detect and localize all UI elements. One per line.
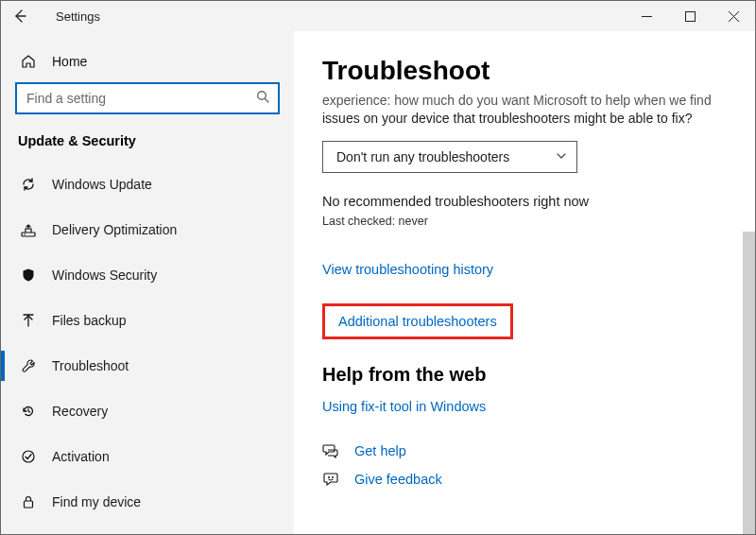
chat-icon [322,442,343,459]
sidebar-item-delivery-optimization[interactable]: Delivery Optimization [1,207,294,252]
svg-rect-12 [25,501,33,508]
sidebar-category: Update & Security [1,133,294,162]
help-web-link[interactable]: Using fix-it tool in Windows [322,399,486,414]
check-circle-icon [18,449,39,464]
additional-highlight-box: Additional troubleshooters [322,303,513,339]
shield-icon [18,268,39,283]
content-pane: Troubleshoot experience: how much do you… [294,31,755,535]
sidebar-item-label: Find my device [52,494,141,509]
back-button[interactable] [1,1,39,31]
maximize-button[interactable] [668,1,712,31]
get-help-label: Get help [354,443,406,458]
close-button[interactable] [712,1,755,31]
minimize-button[interactable] [625,1,668,31]
sidebar-item-label: Delivery Optimization [52,222,177,237]
sidebar-item-windows-update[interactable]: Windows Update [1,162,294,207]
close-icon [729,11,739,22]
sidebar-item-label: Windows Update [52,177,152,192]
sync-icon [18,177,39,192]
history-link[interactable]: View troubleshooting history [322,262,493,277]
sidebar-item-recovery[interactable]: Recovery [1,388,294,434]
maximize-icon [685,11,696,22]
svg-point-8 [24,233,26,235]
troubleshoot-mode-dropdown[interactable]: Don't run any troubleshooters [322,141,577,173]
window-title: Settings [56,9,100,24]
svg-line-6 [265,98,268,102]
sidebar-item-label: Troubleshoot [52,358,129,373]
lock-icon [18,494,39,509]
svg-rect-2 [685,11,695,21]
additional-troubleshooters-link[interactable]: Additional troubleshooters [338,314,497,329]
sidebar-item-files-backup[interactable]: Files backup [1,298,294,343]
search-input[interactable] [26,91,246,106]
svg-point-13 [328,476,330,478]
intro-truncated: experience: how much do you want Microso… [322,92,727,110]
give-feedback-link[interactable]: Give feedback [322,471,727,488]
arrow-up-icon [18,313,39,328]
sidebar-item-find-my-device[interactable]: Find my device [1,479,294,525]
sidebar: Home Update & Security Windows UpdateDel… [1,31,294,535]
help-heading: Help from the web [322,364,727,386]
home-icon [18,54,39,69]
sidebar-item-label: Files backup [52,313,127,328]
sidebar-home-label: Home [52,54,87,69]
minimize-icon [642,11,652,22]
svg-point-14 [332,476,334,478]
delivery-icon [18,222,39,237]
sidebar-item-troubleshoot[interactable]: Troubleshoot [1,343,294,388]
chevron-down-icon [556,149,567,164]
sidebar-item-label: Recovery [52,404,108,419]
intro-line: issues on your device that troubleshoote… [322,110,727,128]
scrollbar[interactable] [743,232,755,535]
arrow-left-icon [12,9,27,24]
get-help-link[interactable]: Get help [322,442,727,459]
sidebar-nav-list: Windows UpdateDelivery OptimizationWindo… [1,162,294,525]
sidebar-item-home[interactable]: Home [1,46,294,82]
sidebar-item-activation[interactable]: Activation [1,434,294,479]
svg-point-11 [23,451,34,462]
sidebar-item-label: Activation [52,449,110,464]
sidebar-item-windows-security[interactable]: Windows Security [1,252,294,298]
feedback-icon [322,471,343,488]
dropdown-selected-label: Don't run any troubleshooters [336,149,509,164]
status-text: No recommended troubleshooters right now [322,194,727,209]
title-bar: Settings [1,1,755,31]
page-heading: Troubleshoot [322,56,727,86]
give-feedback-label: Give feedback [354,472,442,487]
sidebar-item-label: Windows Security [52,268,157,283]
history-icon [18,404,39,419]
search-icon [256,90,270,107]
svg-rect-7 [22,233,35,236]
wrench-icon [18,358,39,373]
last-checked-text: Last checked: never [322,215,727,228]
search-input-wrap[interactable] [15,82,280,114]
